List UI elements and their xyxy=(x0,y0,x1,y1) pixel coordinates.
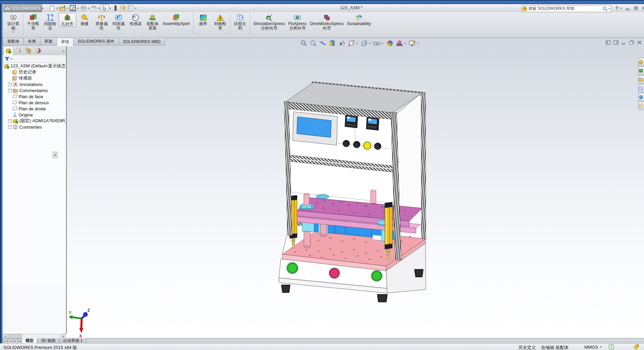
make-drawing-icon[interactable] xyxy=(69,5,77,12)
tab-evaluate[interactable]: 评估 xyxy=(57,38,74,46)
configuration-manager-icon[interactable] xyxy=(24,47,33,55)
expand-icon[interactable]: + xyxy=(8,89,12,92)
rotate-view-icon[interactable]: A xyxy=(337,39,346,48)
units-dropdown-icon[interactable]: ▴ xyxy=(600,345,602,348)
search-box[interactable]: ? 搜索 SOLIDWORKS 帮助 ▾ xyxy=(522,5,611,12)
appearances-icon[interactable] xyxy=(638,93,644,101)
close-doc-icon[interactable] xyxy=(637,40,642,45)
tree-item-plan-de-face[interactable]: Plan de face xyxy=(3,93,66,100)
plane-icon xyxy=(12,94,18,99)
minimize-button[interactable] xyxy=(624,5,631,11)
view-settings-icon[interactable] xyxy=(408,39,417,48)
tree-item-plan-de-droite[interactable]: Plan de droite xyxy=(3,106,66,112)
property-manager-icon[interactable] xyxy=(14,47,23,55)
section-view-icon[interactable] xyxy=(328,39,337,48)
close-button[interactable] xyxy=(641,5,644,11)
tree-item-origine[interactable]: Origine xyxy=(3,112,66,118)
ribbon-design-study[interactable]: 设计算 例 ▾ xyxy=(5,13,22,34)
filter-dropdown-icon[interactable]: ▾ xyxy=(10,58,13,61)
ribbon-hole-alignment[interactable]: 孔对齐 xyxy=(59,13,76,27)
ribbon-floxpress[interactable]: FloXpress 分析向导 xyxy=(287,13,308,30)
ribbon-sustainability[interactable]: Sustainability xyxy=(345,13,373,26)
undo-icon[interactable] xyxy=(90,5,98,12)
tab-3d-views[interactable]: 3D 视图 xyxy=(37,338,59,344)
tab-sketch[interactable]: 草图 xyxy=(40,38,57,45)
ribbon-assemblyxpert[interactable]: AssemblyXpert xyxy=(161,13,192,26)
tree-item-history[interactable]: 历史记录 xyxy=(3,69,66,75)
tab-layout[interactable]: 布局 xyxy=(24,38,40,45)
tree-item-part[interactable]: + (固定) ADMI1A76XE8R_AS xyxy=(3,118,66,124)
display-style-icon[interactable] xyxy=(360,39,369,48)
ribbon-buttons: 设计算 例 ▾ 干涉检 查 间隙验 证 孔对齐 测量 质量属 性 剖面属 性 传… xyxy=(5,13,373,37)
expand-icon[interactable]: + xyxy=(8,125,12,129)
tab-solidworks-mbd[interactable]: SOLIDWORKS MBD xyxy=(119,38,165,45)
edit-appearance-icon[interactable] xyxy=(386,39,394,48)
ribbon-assembly-visualization[interactable]: 装配体 直观 xyxy=(144,13,161,30)
more-tabs-chevron[interactable]: » xyxy=(62,49,64,53)
ribbon-sensors[interactable]: 传感器 xyxy=(127,13,144,26)
minimize-doc-icon[interactable] xyxy=(621,40,626,45)
ribbon-symmetry-check[interactable]: 对称检 查 xyxy=(212,13,229,30)
tree-horizontal-scrollbar[interactable]: ◄ ► xyxy=(3,334,66,338)
view-orientation-icon[interactable] xyxy=(347,39,356,48)
expand-icon[interactable]: + xyxy=(8,83,12,86)
ribbon-driveworksxpress[interactable]: DriveWorksXpress 向导 xyxy=(308,13,345,30)
file-explorer-icon[interactable] xyxy=(638,75,644,84)
ribbon-clearance-verify[interactable]: 间隙验 证 xyxy=(42,13,59,30)
prev-tab-icon[interactable]: ◄ xyxy=(8,338,13,344)
panel-splitter-handle[interactable]: ◂▸ xyxy=(53,152,58,158)
appearance-manager-icon[interactable] xyxy=(34,47,43,55)
tab-assembly[interactable]: 装配体 xyxy=(3,38,24,45)
select-arrow-icon[interactable] xyxy=(101,4,109,12)
feature-tree-icon[interactable] xyxy=(3,46,13,55)
restore-button[interactable] xyxy=(633,5,640,11)
graphics-viewport[interactable] xyxy=(3,38,644,338)
tag-icon[interactable] xyxy=(633,344,639,349)
search-dropdown-icon[interactable]: ▾ xyxy=(608,7,611,10)
rebuild-traffic-light-icon[interactable] xyxy=(112,5,119,12)
previous-view-icon[interactable] xyxy=(318,39,327,48)
ribbon-mass-properties[interactable]: 质量属 性 xyxy=(93,13,110,30)
zoom-fit-icon[interactable] xyxy=(299,39,308,48)
first-tab-icon[interactable]: |◄ xyxy=(3,338,8,344)
ribbon-measure[interactable]: 测量 xyxy=(76,13,93,26)
file-properties-icon[interactable] xyxy=(119,5,127,12)
ribbon-interference-check[interactable]: 干涉检 查 xyxy=(25,13,42,30)
zoom-area-icon[interactable] xyxy=(309,39,318,48)
split-vertical-icon[interactable] xyxy=(614,40,619,45)
next-tab-icon[interactable]: ► xyxy=(13,338,18,344)
tree-item-contraintes[interactable]: + Contraintes xyxy=(3,124,66,130)
ribbon-simulationxpress[interactable]: SimulationXpress 分析向导 xyxy=(252,13,287,30)
options-icon[interactable] xyxy=(127,5,134,12)
menu-expand-arrow[interactable]: ▸ xyxy=(42,4,46,12)
design-library-icon[interactable] xyxy=(638,66,644,75)
apply-scene-icon[interactable] xyxy=(395,39,404,48)
tree-item-commentaires[interactable]: + Commentaires xyxy=(3,87,66,93)
new-document-icon[interactable] xyxy=(48,5,56,12)
status-units[interactable]: MMGS xyxy=(584,345,598,350)
tree-item-sensors[interactable]: 传感器 xyxy=(3,75,66,81)
search-icon[interactable] xyxy=(602,6,608,12)
restore-doc-icon[interactable] xyxy=(629,40,634,45)
tab-model[interactable]: 模型 xyxy=(22,338,37,344)
print-icon[interactable] xyxy=(80,5,87,12)
open-icon[interactable] xyxy=(59,5,66,12)
tree-item-plan-de-dessus[interactable]: Plan de dessus xyxy=(3,100,66,106)
hide-show-items-icon[interactable] xyxy=(373,39,381,48)
help-button[interactable]: ?▾ xyxy=(614,5,624,12)
expand-icon[interactable]: + xyxy=(8,119,12,123)
resources-home-icon[interactable] xyxy=(638,58,644,66)
tree-item-root[interactable]: 123_ASM (Défaut<显示状态- xyxy=(3,63,66,69)
tree-item-annotations[interactable]: + A Annotations xyxy=(3,81,66,87)
filter-funnel-icon[interactable] xyxy=(4,56,10,62)
split-horizontal-icon[interactable] xyxy=(606,40,611,45)
dropdown-icon[interactable]: ▾ xyxy=(12,30,15,34)
tab-solidworks-addins[interactable]: SOLIDWORKS 插件 xyxy=(74,38,119,45)
ribbon-compare-documents[interactable]: ? 比较文 档 xyxy=(232,13,249,30)
ribbon-section-properties[interactable]: 剖面属 性 xyxy=(110,13,127,30)
view-palette-icon[interactable] xyxy=(638,84,644,92)
ribbon-curvature[interactable]: 曲率 xyxy=(195,13,212,26)
tab-motion-study[interactable]: 运动算例 1 xyxy=(59,338,86,344)
custom-properties-icon[interactable] xyxy=(638,102,644,110)
quick-tips-icon[interactable]: ? xyxy=(609,344,614,349)
